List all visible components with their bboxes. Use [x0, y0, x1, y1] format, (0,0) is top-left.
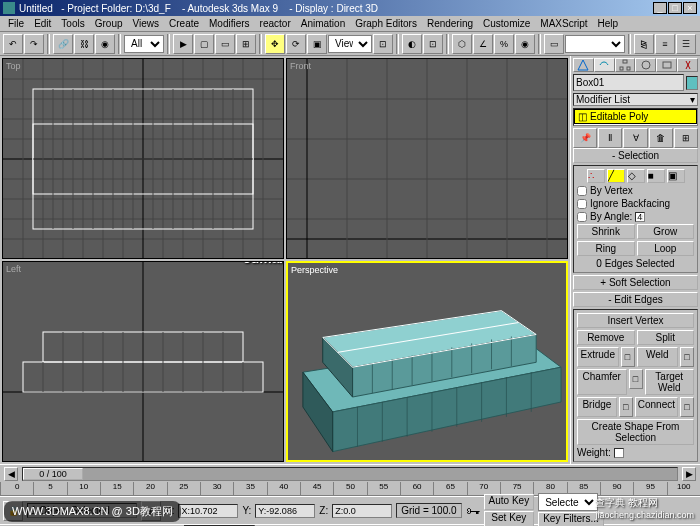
ref-coord-dropdown[interactable]: View: [328, 35, 372, 53]
tab-modify[interactable]: [594, 58, 615, 72]
link-button[interactable]: 🔗: [53, 34, 73, 54]
connect-button[interactable]: Connect: [635, 397, 678, 417]
chamfer-settings-button[interactable]: □: [629, 369, 643, 389]
menu-help[interactable]: Help: [593, 18, 624, 29]
modifier-stack[interactable]: Editable Poly: [573, 108, 698, 126]
stack-editable-poly[interactable]: Editable Poly: [574, 109, 697, 124]
weld-button[interactable]: Weld: [637, 347, 679, 367]
viewport-front[interactable]: Front: [286, 58, 568, 259]
unlink-button[interactable]: ⛓: [74, 34, 94, 54]
menu-maxscript[interactable]: MAXScript: [535, 18, 592, 29]
window-crossing-button[interactable]: ⊞: [236, 34, 256, 54]
viewport-top[interactable]: Top: [2, 58, 284, 259]
target-weld-button[interactable]: Target Weld: [645, 369, 695, 395]
time-slider[interactable]: ◀ 0 / 100 ▶: [0, 464, 700, 482]
shrink-button[interactable]: Shrink: [577, 224, 635, 239]
object-color-swatch[interactable]: [686, 76, 698, 90]
menu-rendering[interactable]: Rendering: [422, 18, 478, 29]
pin-stack-button[interactable]: 📌: [573, 128, 597, 148]
by-angle-checkbox[interactable]: [577, 212, 587, 222]
loop-button[interactable]: Loop: [637, 241, 695, 256]
subobj-vertex[interactable]: ∴: [587, 169, 605, 183]
select-button[interactable]: ▶: [173, 34, 193, 54]
percent-snap-button[interactable]: %: [494, 34, 514, 54]
bridge-settings-button[interactable]: □: [619, 397, 633, 417]
rollout-softselection-header[interactable]: + Soft Selection: [573, 275, 698, 290]
coord-z[interactable]: Z:0.0: [332, 504, 392, 518]
object-name-field[interactable]: Box01: [573, 74, 684, 91]
manipulate-button[interactable]: ◐: [402, 34, 422, 54]
spinner-snap-button[interactable]: ◉: [515, 34, 535, 54]
named-sets-dropdown[interactable]: [565, 35, 625, 53]
minimize-button[interactable]: _: [653, 2, 667, 14]
show-end-result-button[interactable]: Ⅱ: [598, 128, 622, 148]
tab-motion[interactable]: [635, 58, 656, 72]
remove-button[interactable]: Remove: [577, 330, 635, 345]
create-shape-button[interactable]: Create Shape From Selection: [577, 419, 694, 445]
menu-customize[interactable]: Customize: [478, 18, 535, 29]
menu-grapheditors[interactable]: Graph Editors: [350, 18, 422, 29]
insert-vertex-button[interactable]: Insert Vertex: [577, 313, 694, 328]
layers-button[interactable]: ☰: [676, 34, 696, 54]
close-button[interactable]: ×: [683, 2, 697, 14]
connect-settings-button[interactable]: □: [680, 397, 694, 417]
tab-create[interactable]: [573, 58, 594, 72]
select-rotate-button[interactable]: ⟳: [286, 34, 306, 54]
undo-button[interactable]: ↶: [3, 34, 23, 54]
mirror-button[interactable]: ⧎: [634, 34, 654, 54]
menu-file[interactable]: File: [3, 18, 29, 29]
by-angle-value[interactable]: [635, 212, 645, 222]
extrude-settings-button[interactable]: □: [621, 347, 635, 367]
menu-edit[interactable]: Edit: [29, 18, 56, 29]
by-vertex-checkbox[interactable]: By Vertex: [577, 185, 694, 196]
snap-button[interactable]: ⬡: [452, 34, 472, 54]
configure-sets-button[interactable]: ⊞: [674, 128, 698, 148]
menu-views[interactable]: Views: [128, 18, 165, 29]
setkey-button[interactable]: Set Key: [484, 511, 535, 526]
ring-button[interactable]: Ring: [577, 241, 635, 256]
select-scale-button[interactable]: ▣: [307, 34, 327, 54]
keymode-button[interactable]: ⊡: [423, 34, 443, 54]
menu-tools[interactable]: Tools: [56, 18, 89, 29]
subobj-polygon[interactable]: ■: [647, 169, 665, 183]
menu-group[interactable]: Group: [90, 18, 128, 29]
chamfer-button[interactable]: Chamfer: [577, 369, 627, 395]
time-thumb[interactable]: 0 / 100: [23, 468, 83, 480]
tab-hierarchy[interactable]: [615, 58, 636, 72]
bind-button[interactable]: ◉: [95, 34, 115, 54]
autokey-button[interactable]: Auto Key: [484, 494, 535, 510]
time-slider-left[interactable]: ◀: [4, 467, 18, 481]
coord-x[interactable]: X:10.702: [178, 504, 238, 518]
bridge-button[interactable]: Bridge: [577, 397, 617, 417]
viewport-left[interactable]: Left 3dmax8.cn: [2, 261, 284, 462]
keymode-dropdown[interactable]: Selected: [538, 493, 598, 511]
remove-modifier-button[interactable]: 🗑: [649, 128, 673, 148]
rollout-selection-header[interactable]: - Selection: [573, 148, 698, 163]
rollout-editedges-header[interactable]: - Edit Edges: [573, 292, 698, 307]
select-name-button[interactable]: ▢: [194, 34, 214, 54]
redo-button[interactable]: ↷: [24, 34, 44, 54]
modifier-list-dropdown[interactable]: Modifier List: [573, 93, 698, 106]
keyfilters-button[interactable]: Key Filters...: [538, 512, 604, 526]
subobj-edge[interactable]: ╱: [607, 169, 625, 183]
ignore-backfacing-checkbox[interactable]: Ignore Backfacing: [577, 198, 694, 209]
extrude-button[interactable]: Extrude: [577, 347, 619, 367]
weld-settings-button[interactable]: □: [680, 347, 694, 367]
tab-display[interactable]: [656, 58, 677, 72]
maximize-button[interactable]: □: [668, 2, 682, 14]
menu-animation[interactable]: Animation: [296, 18, 350, 29]
menu-modifiers[interactable]: Modifiers: [204, 18, 255, 29]
split-button[interactable]: Split: [637, 330, 695, 345]
grow-button[interactable]: Grow: [637, 224, 695, 239]
subobj-border[interactable]: ◇: [627, 169, 645, 183]
selection-filter[interactable]: All: [124, 35, 164, 53]
subobj-element[interactable]: ▣: [667, 169, 685, 183]
region-rect-button[interactable]: ▭: [215, 34, 235, 54]
menu-reactor[interactable]: reactor: [255, 18, 296, 29]
menu-create[interactable]: Create: [164, 18, 204, 29]
select-move-button[interactable]: ✥: [265, 34, 285, 54]
viewport-perspective[interactable]: Perspective: [286, 261, 568, 462]
angle-snap-button[interactable]: ∠: [473, 34, 493, 54]
coord-y[interactable]: Y:-92.086: [255, 504, 315, 518]
time-slider-right[interactable]: ▶: [682, 467, 696, 481]
